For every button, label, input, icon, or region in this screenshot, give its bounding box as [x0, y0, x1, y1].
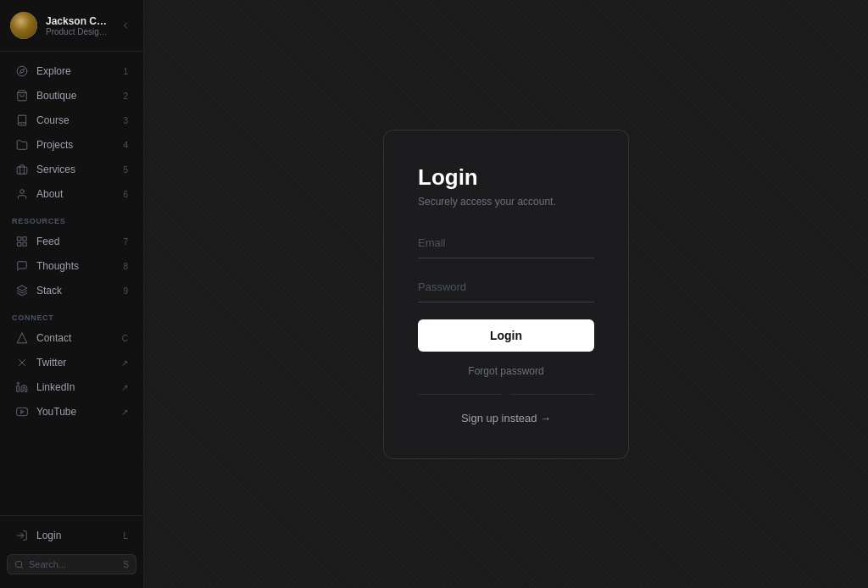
linkedin-icon [15, 380, 29, 394]
sidebar-item-feed[interactable]: Feed 7 [3, 230, 140, 253]
sidebar-header: Jackson Carter Product Designer [0, 0, 143, 52]
twitter-x-icon [15, 356, 29, 369]
sidebar-item-badge: 7 [116, 237, 128, 247]
sidebar-item-label: Explore [36, 65, 108, 77]
sidebar-item-badge: 3 [116, 116, 128, 125]
sidebar-item-label: Boutique [36, 90, 108, 102]
svg-line-18 [21, 566, 23, 568]
login-arrow-icon [15, 529, 29, 542]
sidebar-item-badge: ↗ [116, 408, 128, 417]
sidebar-item-badge: ↗ [116, 383, 128, 392]
sidebar-item-badge: 1 [116, 67, 128, 76]
compass-icon [15, 64, 29, 78]
svg-marker-10 [17, 333, 27, 343]
shopping-bag-icon [15, 89, 29, 103]
sidebar-item-label: Contact [36, 332, 108, 344]
sidebar-item-badge: 5 [116, 165, 128, 175]
search-shortcut: S [123, 560, 129, 569]
avatar [10, 12, 37, 39]
sidebar-item-twitter[interactable]: Twitter ↗ [3, 351, 140, 374]
sidebar-item-label: Projects [36, 139, 108, 151]
sidebar-item-label: Thoughts [36, 260, 108, 272]
sidebar-item-contact[interactable]: Contact C [3, 326, 140, 350]
sidebar-item-thoughts[interactable]: Thoughts 8 [3, 254, 140, 278]
svg-point-4 [20, 190, 25, 194]
svg-rect-3 [17, 167, 27, 174]
search-placeholder-text: Search... [29, 559, 118, 569]
book-icon [15, 114, 29, 127]
sidebar-item-label: Stack [36, 285, 108, 297]
svg-marker-1 [20, 69, 25, 74]
email-input[interactable] [418, 228, 594, 258]
svg-marker-15 [21, 410, 24, 413]
message-icon [15, 259, 29, 273]
svg-point-14 [17, 382, 19, 384]
sidebar-item-badge: C [116, 334, 128, 343]
sidebar-item-services[interactable]: Services 5 [3, 158, 140, 181]
sign-up-link[interactable]: Sign up instead → [418, 412, 594, 424]
sidebar-item-label: Feed [36, 236, 108, 247]
sidebar-item-badge: 6 [116, 190, 128, 199]
collapse-button[interactable] [118, 18, 133, 33]
sidebar-item-label: Course [36, 114, 108, 126]
sidebar-nav: Explore 1 Boutique 2 Course 3 Projects 4 [0, 52, 143, 515]
sidebar-item-badge: 8 [116, 262, 128, 271]
sidebar: Jackson Carter Product Designer Explore … [0, 0, 144, 588]
folder-icon [15, 138, 29, 152]
password-input[interactable] [418, 272, 594, 302]
svg-rect-6 [23, 237, 26, 241]
sidebar-item-badge: 4 [116, 141, 128, 150]
sidebar-item-badge: L [116, 531, 128, 541]
forgot-password-link[interactable]: Forgot password [418, 365, 594, 377]
svg-marker-9 [17, 286, 27, 291]
sidebar-item-explore[interactable]: Explore 1 [3, 59, 140, 83]
login-title: Login [418, 164, 594, 191]
search-icon [14, 560, 24, 569]
sidebar-item-youtube[interactable]: YouTube ↗ [3, 400, 140, 424]
divider-right [510, 394, 594, 395]
sidebar-item-label: Services [36, 164, 108, 175]
user-role: Product Designer [46, 27, 109, 36]
layers-icon [15, 284, 29, 297]
sidebar-item-stack[interactable]: Stack 9 [3, 279, 140, 302]
sidebar-item-projects[interactable]: Projects 4 [3, 133, 140, 157]
login-subtitle: Securely access your account. [418, 196, 594, 208]
main-content: Login Securely access your account. Logi… [144, 0, 868, 588]
sidebar-footer: Login L Search... S [0, 515, 143, 588]
sidebar-item-login[interactable]: Login L [3, 524, 140, 547]
svg-rect-7 [23, 242, 26, 246]
sidebar-item-badge: ↗ [116, 358, 128, 368]
login-button[interactable]: Login [418, 319, 594, 352]
connect-section-label: CONNECT [0, 303, 143, 325]
sidebar-item-label: About [36, 188, 108, 200]
search-bar[interactable]: Search... S [7, 554, 136, 574]
sidebar-item-badge: 2 [116, 92, 128, 101]
sidebar-item-label: LinkedIn [36, 381, 108, 393]
sidebar-item-linkedin[interactable]: LinkedIn ↗ [3, 375, 140, 399]
svg-rect-13 [17, 386, 19, 391]
sidebar-item-label: Login [36, 530, 108, 541]
sidebar-item-label: Twitter [36, 357, 108, 369]
user-info: Jackson Carter Product Designer [46, 15, 109, 36]
sidebar-item-badge: 9 [116, 286, 128, 296]
grid-icon [15, 235, 29, 248]
user-name: Jackson Carter [46, 15, 109, 27]
sidebar-item-label: YouTube [36, 406, 108, 418]
youtube-icon [15, 405, 29, 419]
svg-rect-8 [18, 242, 21, 246]
resources-section-label: RESOURCES [0, 207, 143, 229]
svg-rect-5 [18, 237, 21, 241]
user-icon [15, 187, 29, 201]
svg-point-0 [17, 66, 27, 76]
divider-row [418, 394, 594, 395]
triangle-icon [15, 331, 29, 345]
sidebar-item-course[interactable]: Course 3 [3, 108, 140, 132]
briefcase-icon [15, 163, 29, 176]
login-modal: Login Securely access your account. Logi… [383, 130, 629, 459]
divider-left [418, 394, 502, 395]
sidebar-item-about[interactable]: About 6 [3, 182, 140, 206]
sidebar-item-boutique[interactable]: Boutique 2 [3, 84, 140, 108]
